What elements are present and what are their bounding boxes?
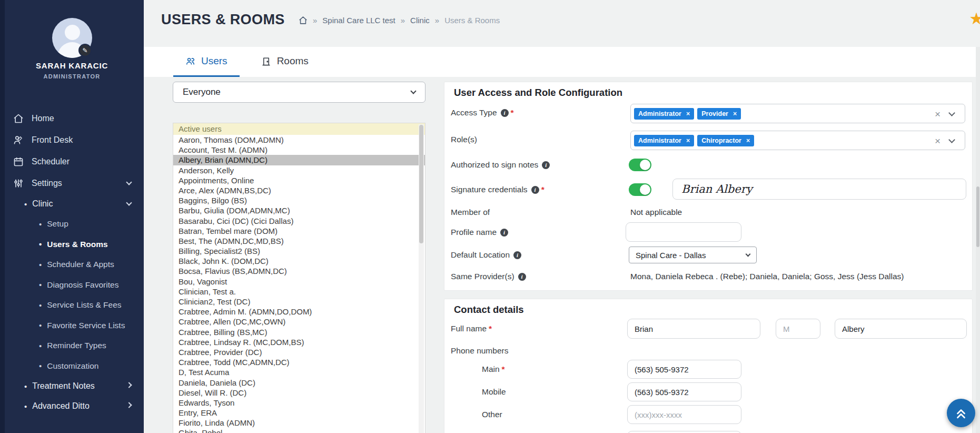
tab-users[interactable]: Users bbox=[173, 47, 240, 77]
info-icon[interactable]: i bbox=[518, 273, 526, 281]
list-item[interactable]: Diesel, Will R. (DC) bbox=[173, 388, 425, 398]
chip-remove-icon[interactable]: × bbox=[746, 137, 750, 144]
sidebar-item-advanced-ditto[interactable]: • Advanced Ditto bbox=[0, 396, 144, 416]
default-location-select[interactable]: Spinal Care - Dallas bbox=[629, 247, 757, 263]
breadcrumb-item[interactable]: Clinic bbox=[410, 16, 430, 25]
list-item[interactable]: Crabtree, Billing (BS,MC) bbox=[173, 327, 425, 337]
clear-icon[interactable]: × bbox=[935, 135, 941, 145]
list-item[interactable]: Basarabu, Cici (DC) (Cici Dallas) bbox=[173, 216, 425, 226]
list-item[interactable]: Clinician, Test a. bbox=[173, 287, 425, 297]
list-item[interactable]: Crabtree, Provider (DC) bbox=[173, 347, 425, 357]
sidebar-item-customization[interactable]: • Customization bbox=[0, 356, 144, 377]
first-name-input[interactable] bbox=[627, 319, 760, 339]
info-icon[interactable]: i bbox=[501, 109, 509, 117]
list-scrollbar-thumb[interactable] bbox=[419, 125, 423, 243]
label-text: Role(s) bbox=[451, 135, 477, 144]
list-item[interactable]: Ghita, Rebel bbox=[173, 428, 425, 433]
clear-icon[interactable]: × bbox=[935, 109, 941, 119]
list-item[interactable]: Entry, ERA bbox=[173, 408, 425, 418]
tab-rooms[interactable]: Rooms bbox=[249, 47, 321, 77]
list-item[interactable]: Best, The (ADMN,DC,MD,BS) bbox=[173, 236, 425, 246]
info-icon[interactable]: i bbox=[531, 186, 539, 194]
phone-other-input[interactable] bbox=[627, 405, 741, 424]
list-item[interactable]: D, Test Acuma bbox=[173, 367, 425, 377]
page-scrollbar[interactable] bbox=[976, 47, 980, 433]
profile-name: SARAH KARACIC bbox=[0, 61, 144, 70]
phone-mobile-input[interactable] bbox=[627, 382, 741, 401]
sidebar: ✎ SARAH KARACIC ADMINISTRATOR Home Front… bbox=[0, 0, 144, 433]
middle-name-input[interactable] bbox=[776, 319, 820, 339]
sidebar-item-favorite-service-lists[interactable]: • Favorite Service Lists bbox=[0, 316, 144, 336]
list-item[interactable]: Bou, Vagonist bbox=[173, 277, 425, 287]
tag-label: Administrator bbox=[638, 137, 681, 144]
last-name-input[interactable] bbox=[835, 319, 967, 339]
chevron-down-icon[interactable] bbox=[948, 136, 955, 143]
sidebar-item-scheduler[interactable]: Scheduler bbox=[0, 151, 144, 172]
list-item[interactable]: Crabtree, Allen (DC,MC,OWN) bbox=[173, 317, 425, 327]
settings-icon bbox=[13, 178, 24, 189]
next-phone-input-partial[interactable] bbox=[627, 431, 741, 433]
sidebar-item-label: Customization bbox=[47, 361, 98, 371]
sidebar-item-setup[interactable]: • Setup bbox=[0, 214, 144, 234]
list-item[interactable]: Crabtree, Lindsay R. (MC,DOM,BS) bbox=[173, 337, 425, 347]
signature-preview[interactable]: Brian Albery bbox=[672, 179, 966, 200]
list-item[interactable]: Crabtree, Admin M. (ADMN,DO,DOM) bbox=[173, 307, 425, 317]
sidebar-item-settings[interactable]: Settings bbox=[0, 172, 144, 194]
profile-name-input[interactable] bbox=[626, 222, 741, 242]
sidebar-item-diagnosis-favorites[interactable]: • Diagnosis Favorites bbox=[0, 275, 144, 296]
list-item[interactable]: Account, Test M. (ADMN) bbox=[173, 145, 425, 155]
list-item[interactable]: Appointments, Online bbox=[173, 175, 425, 185]
sidebar-item-service-lists-fees[interactable]: • Service Lists & Fees bbox=[0, 295, 144, 316]
sidebar-item-clinic[interactable]: • Clinic bbox=[0, 194, 144, 214]
favorite-star-icon[interactable]: ★ bbox=[969, 11, 980, 27]
list-item[interactable]: Fiorito, Linda (ADMN) bbox=[173, 418, 425, 428]
list-item[interactable]: Anderson, Kelly bbox=[173, 165, 425, 175]
profile-name-label: Profile name i bbox=[451, 227, 508, 238]
list-item[interactable]: Batran, Tembel mare (DOM) bbox=[173, 226, 425, 236]
list-item[interactable]: Clinician2, Test (DC) bbox=[173, 297, 425, 307]
roles-multiselect[interactable]: Administrator × Chiropractor × × bbox=[630, 131, 965, 150]
tag-label: Chiropractor bbox=[701, 137, 741, 144]
page-scrollbar-thumb[interactable] bbox=[976, 186, 979, 247]
sidebar-item-scheduler-appts[interactable]: • Scheduler & Appts bbox=[0, 254, 144, 275]
breadcrumb-item[interactable]: Spinal Care LLC test bbox=[322, 16, 395, 25]
list-item[interactable]: Billing, Specialist2 (BS) bbox=[173, 246, 425, 256]
info-icon[interactable]: i bbox=[500, 229, 508, 237]
chip-remove-icon[interactable]: × bbox=[686, 137, 690, 144]
sidebar-item-label: Front Desk bbox=[32, 135, 73, 145]
scroll-to-top-button[interactable] bbox=[947, 399, 975, 427]
phone-main-input[interactable] bbox=[627, 360, 741, 379]
breadcrumb-home-icon[interactable] bbox=[299, 16, 308, 25]
label-text: Default Location bbox=[451, 250, 510, 260]
signature-toggle[interactable] bbox=[629, 183, 651, 196]
page-title: USERS & ROOMS bbox=[161, 12, 285, 28]
sidebar-item-label: Scheduler bbox=[32, 157, 70, 166]
list-item[interactable]: Baggins, Bilgo (BS) bbox=[173, 195, 425, 205]
list-item[interactable]: Bocsa, Flavius (BS,ADMN,DC) bbox=[173, 266, 425, 276]
list-scrollbar[interactable] bbox=[419, 124, 424, 433]
label-text: Member of bbox=[451, 208, 490, 217]
user-filter-select[interactable]: Everyone bbox=[173, 82, 425, 103]
edit-avatar-button[interactable]: ✎ bbox=[78, 44, 92, 57]
info-icon[interactable]: i bbox=[542, 161, 550, 169]
list-item[interactable]: Arce, Alex (ADMN,BS,DC) bbox=[173, 185, 425, 195]
list-item[interactable]: Aaron, Thomas (DOM,ADMN) bbox=[173, 135, 425, 145]
chevron-down-icon[interactable] bbox=[948, 110, 955, 116]
chip-remove-icon[interactable]: × bbox=[686, 110, 690, 117]
list-item[interactable]: Crabtree, Todd (MC,ADMN,DC) bbox=[173, 357, 425, 367]
sidebar-item-treatment-notes[interactable]: • Treatment Notes bbox=[0, 376, 144, 396]
chip-remove-icon[interactable]: × bbox=[733, 110, 737, 117]
double-chevron-up-icon bbox=[954, 406, 968, 420]
list-item[interactable]: Black, John K. (DOM,DC) bbox=[173, 256, 425, 266]
sidebar-item-reminder-types[interactable]: • Reminder Types bbox=[0, 336, 144, 356]
access-type-multiselect[interactable]: Administrator × Provider × × bbox=[630, 104, 965, 123]
list-item[interactable]: Albery, Brian (ADMN,DC) bbox=[173, 155, 425, 165]
sidebar-item-users-rooms[interactable]: • Users & Rooms bbox=[0, 234, 144, 255]
info-icon[interactable]: i bbox=[513, 251, 521, 259]
list-item[interactable]: Barbu, Giulia (DOM,ADMN,MC) bbox=[173, 205, 425, 215]
sidebar-item-home[interactable]: Home bbox=[0, 107, 144, 129]
list-item[interactable]: Daniela, Daniela (DC) bbox=[173, 378, 425, 388]
list-item[interactable]: Edwards, Tyson bbox=[173, 398, 425, 408]
sidebar-item-front-desk[interactable]: Front Desk bbox=[0, 129, 144, 151]
sign-notes-toggle[interactable] bbox=[629, 159, 651, 171]
